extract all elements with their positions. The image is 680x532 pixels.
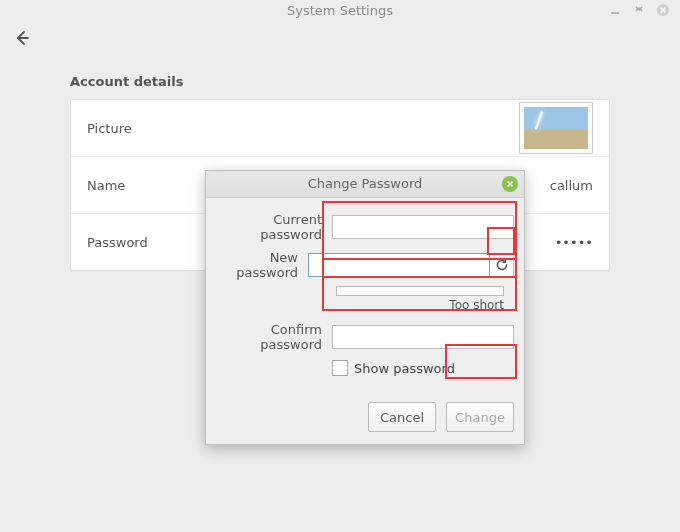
generate-password-button[interactable]: [490, 253, 514, 277]
change-button[interactable]: Change: [446, 402, 514, 432]
password-strength-bar: [336, 286, 504, 296]
name-label: Name: [87, 178, 125, 193]
section-title: Account details: [70, 74, 610, 89]
show-password-checkbox[interactable]: [332, 360, 348, 376]
cancel-button[interactable]: Cancel: [368, 402, 436, 432]
confirm-password-label: Confirm password: [210, 322, 332, 352]
avatar[interactable]: [519, 102, 593, 154]
password-label: Password: [87, 235, 148, 250]
new-password-input[interactable]: [308, 253, 490, 277]
password-value: •••••: [555, 235, 593, 250]
refresh-icon: [495, 258, 509, 272]
show-password-label: Show password: [354, 361, 455, 376]
current-password-label: Current password: [210, 212, 332, 242]
change-password-dialog: Change Password Current password New pas…: [205, 170, 525, 445]
toolbar: [0, 22, 680, 54]
new-password-label: New password: [210, 250, 308, 280]
back-button[interactable]: [8, 24, 36, 52]
current-password-input[interactable]: [332, 215, 514, 239]
password-strength: Too short: [336, 286, 504, 312]
window-title: System Settings: [287, 3, 393, 18]
dialog-close-button[interactable]: [502, 176, 518, 192]
maximize-button[interactable]: [632, 3, 646, 17]
window-titlebar: System Settings: [0, 0, 680, 22]
dialog-titlebar: Change Password: [206, 171, 524, 198]
confirm-password-input[interactable]: [332, 325, 514, 349]
dialog-title: Change Password: [308, 176, 423, 191]
minimize-button[interactable]: [608, 3, 622, 17]
password-strength-text: Too short: [336, 298, 504, 312]
close-button[interactable]: [656, 3, 670, 17]
name-value: callum: [550, 178, 593, 193]
picture-row[interactable]: Picture: [71, 100, 609, 157]
picture-label: Picture: [87, 121, 132, 136]
